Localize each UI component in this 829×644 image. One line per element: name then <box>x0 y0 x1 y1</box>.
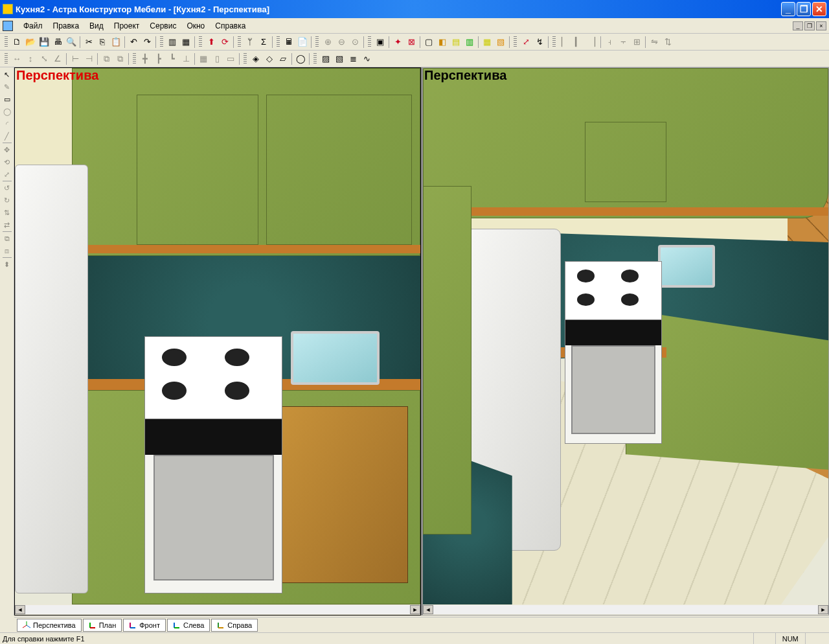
box-orange-icon[interactable]: ▧ <box>494 36 507 49</box>
align-center-icon[interactable]: ▎ <box>572 36 585 49</box>
sum-icon[interactable]: Σ <box>257 36 270 49</box>
redo-icon[interactable]: ↷ <box>141 36 153 49</box>
cross-icon[interactable]: ╋ <box>139 52 152 65</box>
clone-right-icon[interactable]: ⧉ <box>113 52 126 65</box>
flip-h-icon[interactable]: ⇋ <box>648 36 661 49</box>
mdi-minimize-button[interactable]: _ <box>793 21 803 30</box>
toolbar-grip[interactable] <box>244 53 247 65</box>
calc-icon[interactable]: 🖩 <box>282 36 295 49</box>
drill-icon[interactable]: ⬆ <box>205 36 218 49</box>
horizontal-scrollbar[interactable]: ◄ ► <box>15 604 420 615</box>
toolbar-grip[interactable] <box>5 53 8 65</box>
array-icon[interactable]: ⊞ <box>630 36 643 49</box>
toolbar-grip[interactable] <box>552 36 556 48</box>
toolbar-grip[interactable] <box>313 53 317 65</box>
menu-project[interactable]: Проект <box>109 20 145 32</box>
cut-icon[interactable]: ✂ <box>82 36 95 49</box>
dim-icon[interactable]: ⤢ <box>519 36 532 49</box>
dim-angle-icon[interactable]: ∠ <box>51 52 64 65</box>
arc-tool-icon[interactable]: ◜ <box>1 118 13 130</box>
close-button[interactable]: ✕ <box>812 2 826 16</box>
zoom-in-icon[interactable]: ⊕ <box>321 36 334 49</box>
scroll-right-icon[interactable]: ► <box>410 605 420 614</box>
zoom-fit-icon[interactable]: ⊙ <box>348 36 361 49</box>
screw-icon[interactable]: ⟳ <box>218 36 231 49</box>
corner-icon[interactable]: ┗ <box>166 52 179 65</box>
cube-iso-icon[interactable]: ◈ <box>249 52 262 65</box>
rotate-left-icon[interactable]: ↺ <box>1 182 13 194</box>
paste-icon[interactable]: 📋 <box>109 36 122 49</box>
scroll-track[interactable] <box>433 605 818 614</box>
axis-icon[interactable]: ↯ <box>533 36 546 49</box>
face-shade-icon[interactable]: ▤ <box>449 36 462 49</box>
rect-tool-icon[interactable]: ▭ <box>1 93 13 105</box>
snap-cross-icon[interactable]: ⊠ <box>405 36 418 49</box>
face-color-icon[interactable]: ◧ <box>436 36 449 49</box>
scroll-left-icon[interactable]: ◄ <box>423 605 433 614</box>
face-tex-icon[interactable]: ▥ <box>463 36 476 49</box>
face-front-icon[interactable]: ▢ <box>422 36 435 49</box>
toolbar-grip[interactable] <box>514 36 517 48</box>
cylinder-icon[interactable]: ◯ <box>294 52 307 65</box>
scroll-right-icon[interactable]: ► <box>818 605 828 614</box>
hatch2-icon[interactable]: ▧ <box>333 52 346 65</box>
dim-horiz-icon[interactable]: ↔ <box>10 52 23 65</box>
print-icon[interactable]: 🖶 <box>51 36 64 49</box>
grid-icon[interactable]: ▦ <box>197 52 210 65</box>
report-icon[interactable]: 📄 <box>296 36 309 49</box>
hatch-icon[interactable]: ▨ <box>319 52 332 65</box>
panel-icon[interactable]: ▥ <box>166 36 179 49</box>
view-tab-front[interactable]: Фронт <box>123 619 166 632</box>
gap-left-icon[interactable]: ⊢ <box>69 52 82 65</box>
scroll-left-icon[interactable]: ◄ <box>15 605 25 614</box>
cube-wire-icon[interactable]: ◇ <box>263 52 276 65</box>
line-tool-icon[interactable]: ╱ <box>1 130 13 142</box>
tee-icon[interactable]: ┣ <box>152 52 165 65</box>
rotate-right-icon[interactable]: ↻ <box>1 194 13 206</box>
distribute-v-icon[interactable]: ⫟ <box>617 36 630 49</box>
menu-file[interactable]: Файл <box>18 20 48 32</box>
tree-icon[interactable]: ᛘ <box>244 36 256 49</box>
curve-icon[interactable]: ∿ <box>360 52 373 65</box>
toolbar-grip[interactable] <box>199 36 202 48</box>
menu-service[interactable]: Сервис <box>144 20 181 32</box>
toolbar-grip[interactable] <box>315 36 319 48</box>
clone-left-icon[interactable]: ⧉ <box>100 52 113 65</box>
layers-icon[interactable]: ≣ <box>346 52 359 65</box>
open-icon[interactable]: 📂 <box>24 36 37 49</box>
toolbar-grip[interactable] <box>238 36 241 48</box>
mirror-v-icon[interactable]: ⇅ <box>1 207 13 218</box>
toolbar-grip[interactable] <box>133 53 136 65</box>
flip-v-icon[interactable]: ⇅ <box>661 36 674 49</box>
rotate-tool-icon[interactable]: ⟲ <box>1 156 13 168</box>
zoom-out-icon[interactable]: ⊖ <box>335 36 348 49</box>
dim-vert-icon[interactable]: ↕ <box>24 52 37 65</box>
view-tab-plan[interactable]: План <box>83 619 122 632</box>
toolbar-grip[interactable] <box>160 36 163 48</box>
joint-icon[interactable]: ⊥ <box>179 52 192 65</box>
block-icon[interactable]: ▯ <box>210 52 223 65</box>
scroll-track[interactable] <box>25 605 410 614</box>
save-icon[interactable]: 💾 <box>38 36 51 49</box>
snap-center-icon[interactable]: ✦ <box>391 36 404 49</box>
menu-help[interactable]: Справка <box>210 20 251 32</box>
mdi-restore-button[interactable]: ❐ <box>804 21 815 30</box>
toolbar-grip[interactable] <box>368 36 371 48</box>
viewport-right[interactable]: Перспектива ◄ ► <box>422 67 829 615</box>
align-left-icon[interactable]: ▏ <box>558 36 571 49</box>
gap-right-icon[interactable]: ⊣ <box>82 52 95 65</box>
group-icon[interactable]: ⧉ <box>1 233 13 244</box>
mirror-h-icon[interactable]: ⇄ <box>1 219 13 231</box>
material-icon[interactable]: ▦ <box>179 36 192 49</box>
menu-window[interactable]: Окно <box>181 20 210 32</box>
pointer-icon[interactable]: ↖ <box>1 69 13 80</box>
distribute-h-icon[interactable]: ⫞ <box>603 36 616 49</box>
copy-icon[interactable]: ⎘ <box>96 36 109 49</box>
board-icon[interactable]: ▭ <box>224 52 237 65</box>
minimize-button[interactable]: _ <box>781 2 795 16</box>
viewport-left[interactable]: Перспектива ◄ ► <box>14 67 421 615</box>
edit-node-icon[interactable]: ✎ <box>1 81 13 93</box>
maximize-button[interactable]: ❐ <box>797 2 811 16</box>
toolbar-grip[interactable] <box>5 36 8 48</box>
circle-tool-icon[interactable]: ◯ <box>1 106 13 117</box>
